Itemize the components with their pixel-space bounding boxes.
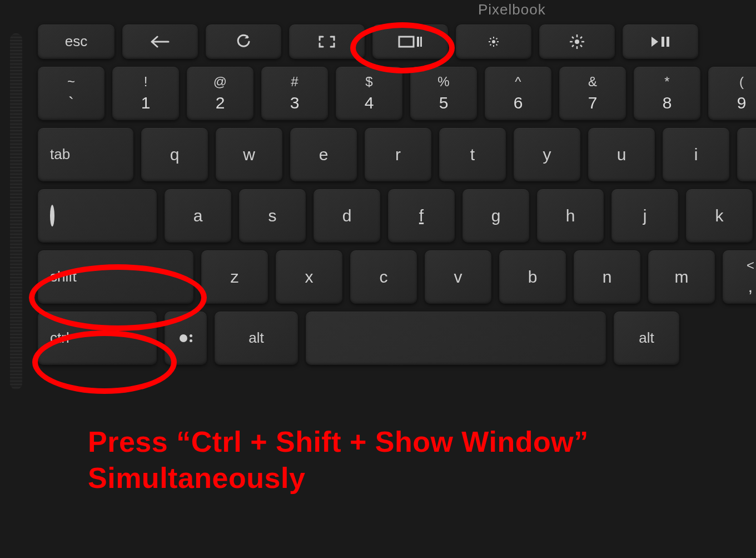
- one-key[interactable]: !1: [112, 67, 179, 120]
- key-label: h: [566, 206, 575, 226]
- key-upper: ~: [67, 74, 75, 90]
- key-lower: 6: [514, 93, 523, 113]
- key-label: n: [603, 267, 612, 287]
- v-key[interactable]: v: [425, 250, 491, 304]
- k-key[interactable]: k: [686, 189, 753, 243]
- svg-rect-22: [667, 37, 669, 47]
- n-key[interactable]: n: [574, 250, 640, 304]
- search-key[interactable]: [38, 189, 157, 243]
- svg-rect-0: [399, 37, 414, 47]
- key-label: u: [617, 145, 626, 165]
- key-label: c: [380, 267, 388, 287]
- m-key[interactable]: m: [648, 250, 715, 304]
- show-windows-key[interactable]: [372, 24, 448, 59]
- x-key[interactable]: x: [276, 250, 342, 304]
- i-key[interactable]: i: [663, 128, 729, 181]
- play-pause-key[interactable]: [623, 24, 698, 59]
- comma-key[interactable]: <,: [723, 250, 756, 304]
- alt-key[interactable]: alt: [215, 312, 298, 365]
- three-key[interactable]: #3: [261, 67, 328, 120]
- key-label: s: [268, 206, 277, 226]
- q-key[interactable]: q: [141, 128, 208, 181]
- y-key[interactable]: y: [514, 128, 580, 181]
- key-label: a: [193, 206, 203, 226]
- ctrl-key[interactable]: ctrl: [38, 312, 157, 365]
- key-upper: (: [739, 74, 744, 90]
- key-label: d: [342, 206, 352, 226]
- svg-line-18: [580, 45, 582, 47]
- g-key[interactable]: g: [462, 189, 529, 243]
- brightness-up-icon: [569, 34, 585, 50]
- home-row: a s d f g h j k: [38, 189, 756, 243]
- c-key[interactable]: c: [350, 250, 417, 304]
- key-upper: @: [213, 74, 227, 90]
- eight-key[interactable]: *8: [634, 67, 700, 120]
- key-label: m: [675, 267, 689, 287]
- key-lower: 4: [365, 93, 374, 113]
- back-key[interactable]: [122, 24, 198, 59]
- svg-rect-21: [662, 37, 664, 47]
- brightness-down-key[interactable]: [456, 24, 531, 59]
- refresh-icon: [236, 34, 251, 50]
- key-label: esc: [65, 33, 87, 50]
- key-lower: 1: [141, 93, 151, 113]
- key-label: alt: [248, 329, 263, 347]
- key-label: v: [454, 267, 462, 287]
- space-key[interactable]: [306, 312, 606, 365]
- five-key[interactable]: %5: [410, 67, 477, 120]
- key-lower: 2: [216, 93, 225, 113]
- svg-line-10: [496, 38, 498, 39]
- keyboard: esc: [38, 24, 756, 365]
- key-label: r: [395, 145, 401, 165]
- key-label: e: [319, 145, 329, 165]
- key-label: j: [643, 206, 647, 226]
- w-key[interactable]: w: [216, 128, 282, 181]
- two-key[interactable]: @2: [187, 67, 253, 120]
- svg-point-3: [492, 40, 495, 43]
- number-row: ~` !1 @2 #3 $4 %5 ^6 &7 *8 (9: [38, 67, 756, 120]
- refresh-key[interactable]: [206, 24, 281, 59]
- b-key[interactable]: b: [499, 250, 566, 304]
- a-key[interactable]: a: [165, 189, 231, 243]
- key-lower: 3: [290, 93, 300, 113]
- key-label: g: [491, 206, 501, 226]
- tab-key[interactable]: tab: [38, 128, 133, 181]
- svg-rect-2: [420, 37, 422, 47]
- four-key[interactable]: $4: [336, 67, 402, 120]
- brightness-up-key[interactable]: [539, 24, 615, 59]
- f-key[interactable]: f: [388, 189, 455, 243]
- key-upper: ^: [515, 74, 521, 90]
- seven-key[interactable]: &7: [559, 67, 626, 120]
- esc-key[interactable]: esc: [38, 24, 115, 59]
- function-row: esc: [38, 24, 756, 59]
- h-key[interactable]: h: [537, 189, 604, 243]
- svg-line-17: [572, 37, 574, 38]
- d-key[interactable]: d: [314, 189, 380, 243]
- brightness-down-icon: [488, 36, 500, 48]
- key-upper: !: [144, 74, 148, 90]
- six-key[interactable]: ^6: [485, 67, 551, 120]
- key-label: t: [470, 145, 475, 165]
- assistant-icon: [180, 334, 192, 342]
- r-key[interactable]: r: [365, 128, 431, 181]
- assistant-key[interactable]: [165, 312, 207, 365]
- key-lower: 9: [737, 93, 747, 113]
- o-key[interactable]: o: [737, 128, 756, 181]
- search-ring-icon: [50, 206, 54, 225]
- shift-key[interactable]: shift: [38, 250, 193, 304]
- s-key[interactable]: s: [239, 189, 306, 243]
- j-key[interactable]: j: [611, 189, 678, 243]
- key-label: z: [231, 267, 239, 287]
- e-key[interactable]: e: [290, 128, 357, 181]
- z-key[interactable]: z: [201, 250, 268, 304]
- u-key[interactable]: u: [588, 128, 655, 181]
- backtick-key[interactable]: ~`: [38, 67, 105, 120]
- fullscreen-key[interactable]: [289, 24, 365, 59]
- key-label: ctrl: [50, 329, 69, 347]
- t-key[interactable]: t: [439, 128, 506, 181]
- key-lower: `: [68, 93, 74, 113]
- svg-point-12: [575, 39, 579, 44]
- alt-right-key[interactable]: alt: [614, 312, 679, 365]
- nine-key[interactable]: (9: [708, 67, 756, 120]
- key-label: b: [528, 267, 538, 287]
